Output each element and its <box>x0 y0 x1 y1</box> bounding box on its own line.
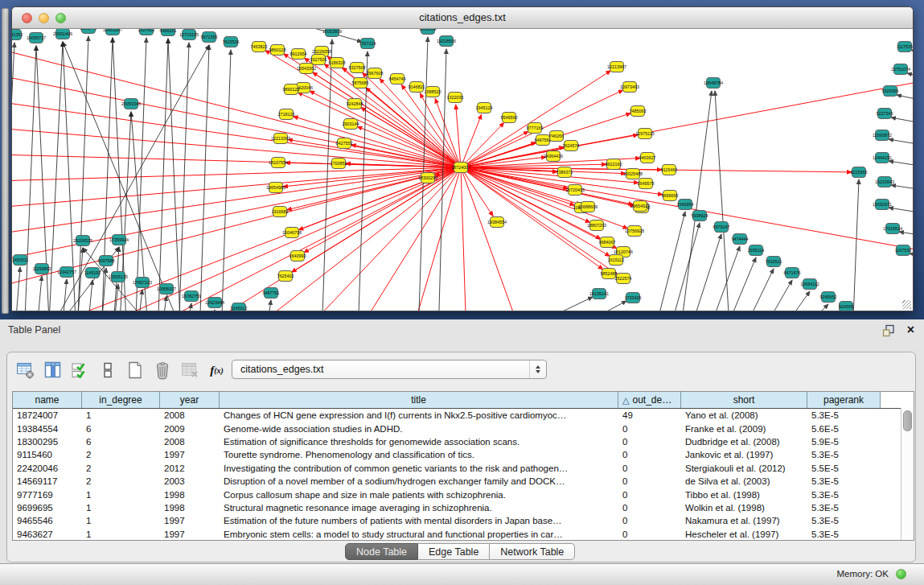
table-cell[interactable]: Jankovic et al. (1997) <box>681 450 807 459</box>
collapsed-control-panel[interactable] <box>2 8 9 314</box>
table-cell[interactable]: 9463627 <box>13 529 82 539</box>
column-header-name[interactable]: name <box>13 392 82 408</box>
table-cell[interactable]: de Silva et al. (2003) <box>681 476 807 486</box>
float-panel-icon[interactable] <box>882 324 895 337</box>
table-cell[interactable]: 2009 <box>160 424 220 434</box>
column-header-in_degree[interactable]: in_degree <box>82 392 160 408</box>
table-row[interactable]: 946362711997Embryonic stem cells: a mode… <box>13 528 914 541</box>
table-cell[interactable]: 5.3E-5 <box>807 516 881 525</box>
table-cell[interactable]: Genome-wide association studies in ADHD. <box>220 424 618 434</box>
table-row[interactable]: 1456911722003Disruption of a novel membe… <box>13 475 914 488</box>
table-cell[interactable]: 1998 <box>160 490 220 500</box>
table-cell[interactable]: 1 <box>82 410 160 420</box>
select-rows-icon[interactable] <box>70 360 90 381</box>
show-columns-icon[interactable] <box>43 360 63 381</box>
table-cell[interactable]: 5.3E-5 <box>807 450 881 459</box>
table-cell[interactable]: Disruption of a novel member of a sodium… <box>220 476 618 486</box>
close-panel-icon[interactable]: × <box>907 322 914 338</box>
table-cell[interactable]: 22420046 <box>13 463 82 473</box>
table-cell[interactable]: Estimation of the future numbers of pati… <box>220 516 618 525</box>
table-cell[interactable]: Corpus callosum shape and size in male p… <box>220 490 618 500</box>
table-cell[interactable]: 19384554 <box>13 424 82 434</box>
scrollbar-thumb[interactable] <box>903 410 912 431</box>
table-cell[interactable]: 1 <box>82 529 160 539</box>
table-cell[interactable]: 9465546 <box>13 516 82 525</box>
rows-icon[interactable] <box>97 360 117 381</box>
table-cell[interactable]: 1 <box>82 503 160 513</box>
network-window-titlebar[interactable]: citations_edges.txt <box>12 7 913 29</box>
table-cell[interactable]: 0 <box>618 490 681 500</box>
table-cell[interactable]: 2008 <box>160 437 220 447</box>
table-cell[interactable]: 0 <box>618 516 681 525</box>
table-cell[interactable]: 2008 <box>160 410 220 420</box>
table-cell[interactable]: 6 <box>82 424 160 434</box>
table-row[interactable]: 977716911998Corpus callosum shape and si… <box>13 488 914 501</box>
table-cell[interactable]: 5.3E-5 <box>807 490 881 500</box>
column-header-pagerank[interactable]: pagerank <box>807 392 881 408</box>
table-cell[interactable]: 9115460 <box>13 450 82 459</box>
table-cell[interactable]: Embryonic stem cells: a model to study s… <box>220 529 618 539</box>
tab-node-table[interactable]: Node Table <box>345 543 418 560</box>
column-header-title[interactable]: title <box>220 392 618 408</box>
table-cell[interactable]: Tibbo et al. (1998) <box>681 490 807 500</box>
table-selector[interactable]: citations_edges.txt <box>232 360 547 379</box>
table-cell[interactable]: Structural magnetic resonance image aver… <box>220 503 618 513</box>
table-cell[interactable]: 0 <box>618 450 681 459</box>
function-builder-icon[interactable]: f(x) <box>207 360 227 381</box>
table-cell[interactable]: 1997 <box>160 450 220 459</box>
table-row[interactable]: 2242004622012Investigating the contribut… <box>13 462 914 475</box>
table-cell[interactable]: 0 <box>618 529 681 539</box>
table-cell[interactable]: 1997 <box>160 529 220 539</box>
table-cell[interactable]: Stergiakouli et al. (2012) <box>681 463 807 473</box>
table-cell[interactable]: Dudbridge et al. (2008) <box>681 437 807 447</box>
table-row[interactable]: 1938455462009Genome-wide association stu… <box>13 422 914 435</box>
table-cell[interactable]: 18724007 <box>13 410 82 420</box>
table-cell[interactable]: 0 <box>618 476 681 486</box>
tab-network-table[interactable]: Network Table <box>490 543 575 560</box>
table-cell[interactable]: 2 <box>82 463 160 473</box>
table-cell[interactable]: Wolkin et al. (1998) <box>681 503 807 513</box>
table-cell[interactable]: 6 <box>82 437 160 447</box>
table-row[interactable]: 1830029562008Estimation of significance … <box>13 435 914 448</box>
table-cell[interactable]: 0 <box>618 437 681 447</box>
new-table-icon[interactable] <box>125 360 145 381</box>
table-cell[interactable]: 49 <box>618 410 681 420</box>
table-cell[interactable]: 2003 <box>160 476 220 486</box>
table-cell[interactable]: Tourette syndrome. Phenomenology and cla… <box>220 450 618 459</box>
table-cell[interactable]: 0 <box>618 503 681 513</box>
table-cell[interactable]: Yano et al. (2008) <box>681 410 807 420</box>
network-canvas[interactable]: 1830029519384554746382298601288912954232… <box>12 29 913 311</box>
table-cell[interactable]: 1 <box>82 516 160 525</box>
window-resize-handle[interactable] <box>902 300 911 309</box>
table-cell[interactable]: Hescheler et al. (1997) <box>681 529 807 539</box>
table-cell[interactable]: 9699695 <box>13 503 82 513</box>
table-cell[interactable]: 5.6E-5 <box>807 424 881 434</box>
table-cell[interactable]: 2 <box>82 476 160 486</box>
table-cell[interactable]: Changes of HCN gene expression and I(f) … <box>220 410 618 420</box>
table-cell[interactable]: 14569117 <box>13 476 82 486</box>
destroy-table-icon[interactable] <box>179 360 199 381</box>
table-cell[interactable]: Franke et al. (2009) <box>681 424 807 434</box>
table-cell[interactable]: 5.3E-5 <box>807 529 881 539</box>
table-cell[interactable]: 2 <box>82 450 160 459</box>
table-cell[interactable]: 5.5E-5 <box>807 463 881 473</box>
table-row[interactable]: 969969511998Structural magnetic resonanc… <box>13 501 914 514</box>
table-cell[interactable]: 5.3E-5 <box>807 503 881 513</box>
table-cell[interactable]: 1997 <box>160 516 220 525</box>
table-cell[interactable]: 5.3E-5 <box>807 410 881 420</box>
table-cell[interactable]: 5.3E-5 <box>807 476 881 486</box>
column-header-short[interactable]: short <box>681 392 807 408</box>
table-cell[interactable]: 2012 <box>160 463 220 473</box>
table-scrollbar[interactable] <box>901 408 914 540</box>
table-cell[interactable]: 1998 <box>160 503 220 513</box>
table-cell[interactable]: 0 <box>618 424 681 434</box>
table-cell[interactable]: 5.9E-5 <box>807 437 881 447</box>
column-header-out_de[interactable]: △out_de… <box>618 392 681 408</box>
table-cell[interactable]: Nakamura et al. (1997) <box>681 516 807 525</box>
tab-edge-table[interactable]: Edge Table <box>418 543 490 560</box>
table-cell[interactable]: 9777169 <box>13 490 82 500</box>
table-row[interactable]: 1872400712008Changes of HCN gene express… <box>13 409 914 422</box>
table-cell[interactable]: Estimation of significance thresholds fo… <box>220 437 618 447</box>
column-header-year[interactable]: year <box>160 392 220 408</box>
table-row[interactable]: 946554611997Estimation of the future num… <box>13 514 914 527</box>
